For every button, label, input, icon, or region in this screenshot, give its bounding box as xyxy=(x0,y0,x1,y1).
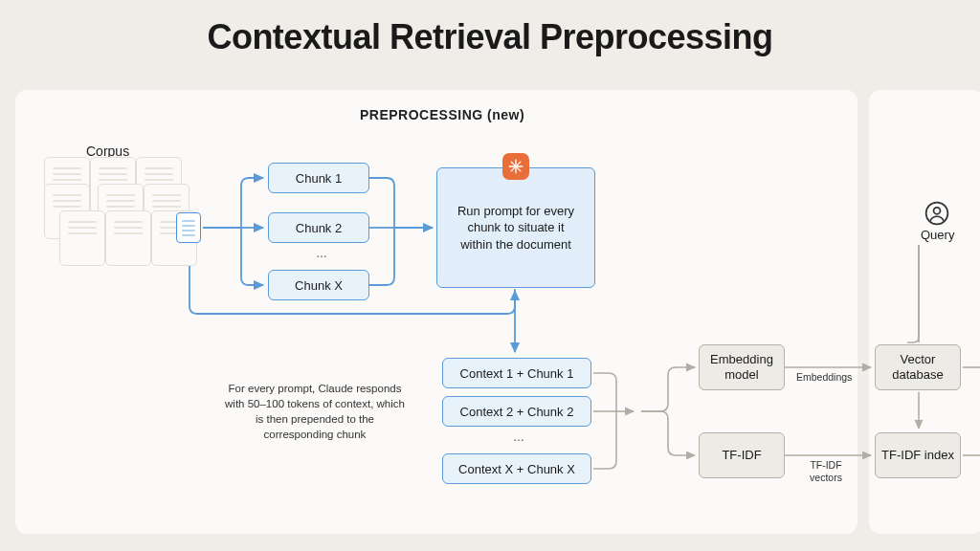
document-icon xyxy=(176,212,201,243)
caption-text: For every prompt, Claude responds with 5… xyxy=(224,381,406,442)
chunk-x-box: Chunk X xyxy=(268,270,369,300)
corpus-stack xyxy=(44,157,188,300)
section-label: PREPROCESSING (new) xyxy=(360,107,524,122)
tfidf-index-box: TF-IDF index xyxy=(875,432,961,478)
query-label: Query xyxy=(921,228,954,242)
claude-icon xyxy=(502,153,529,180)
vector-db-box: Vector database xyxy=(875,344,961,390)
embedding-model-box: Embedding model xyxy=(699,344,785,390)
embeddings-edge-label: Embeddings xyxy=(796,371,852,384)
svg-point-5 xyxy=(934,208,941,214)
context-dots: … xyxy=(513,430,524,444)
chunk-1-box: Chunk 1 xyxy=(268,163,369,193)
tfidf-vectors-edge-label: TF-IDF vectors xyxy=(802,459,850,483)
tfidf-box: TF-IDF xyxy=(699,432,785,478)
context-1-box: Context 1 + Chunk 1 xyxy=(442,358,591,388)
page-title: Contextual Retrieval Preprocessing xyxy=(0,0,980,57)
chunk-dots: … xyxy=(316,247,327,260)
user-icon xyxy=(924,201,949,226)
chunk-2-box: Chunk 2 xyxy=(268,212,369,243)
context-x-box: Context X + Chunk X xyxy=(442,453,591,484)
prompt-box: Run prompt for every chunk to situate it… xyxy=(436,167,595,288)
context-2-box: Context 2 + Chunk 2 xyxy=(442,396,591,427)
